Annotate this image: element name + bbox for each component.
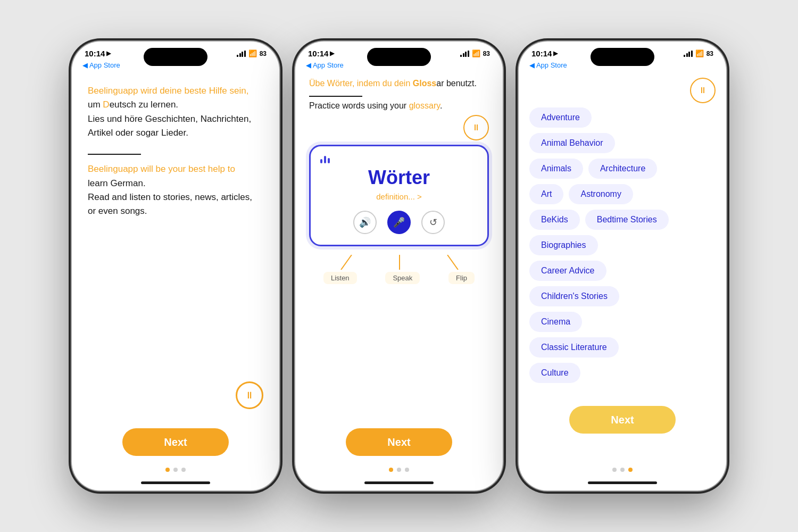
phone-3: 10:14 ▶ 📶 83 ◀ App Store ⏸ (519, 41, 726, 491)
back-label-2[interactable]: ◀ App Store (306, 61, 344, 69)
listen-icon[interactable]: 🔊 (353, 211, 377, 234)
cat-bekids[interactable]: BeKids (529, 210, 580, 230)
cat-row-8: Cinema (529, 312, 716, 332)
signal-icon-3 (684, 51, 693, 57)
screen1-content: Beelinguapp wird deine beste Hilfe sein,… (72, 73, 279, 428)
dot-2-0 (389, 468, 393, 472)
phone-1: 10:14 ▶ 📶 83 ◀ App Store Bee (72, 41, 279, 491)
s2-divider (309, 96, 362, 97)
text-de-1: Beelinguapp wird deine beste Hilfe sein,… (88, 84, 263, 140)
mic-icon[interactable]: 🎤 (387, 211, 411, 234)
text-en-4: or even songs. (88, 206, 147, 216)
cat-animals[interactable]: Animals (529, 159, 583, 179)
cat-row-3: Art Astronomy (529, 184, 716, 204)
dots-1 (165, 468, 186, 472)
pause-button-1[interactable]: ⏸ (236, 381, 263, 409)
cat-row-0: Adventure (529, 107, 716, 128)
action-listen: Listen (323, 272, 357, 284)
status-time-1: 10:14 ▶ (85, 49, 111, 58)
wifi-icon-2: 📶 (472, 49, 480, 57)
home-indicator-2 (364, 481, 434, 484)
s3-pause-row: ⏸ (529, 78, 716, 103)
home-indicator-1 (141, 481, 210, 484)
divider-1 (88, 154, 141, 155)
flashcard-word: Wörter (368, 167, 430, 189)
categories-grid: Adventure Animal Behavior Animals Archit… (529, 107, 716, 383)
cat-career-advice[interactable]: Career Advice (529, 261, 606, 281)
dynamic-island-3 (591, 48, 654, 66)
text-de-block: Beelinguapp wird deine beste Hilfe sein,… (88, 84, 263, 140)
status-icons-1: 📶 83 (237, 49, 267, 57)
text-en-beeling: Beelinguapp will be your best help to (88, 164, 235, 174)
s2-pause-row: ⏸ (309, 115, 489, 140)
location-arrow-2: ▶ (330, 50, 334, 57)
battery-icon-2: 83 (483, 50, 490, 57)
pause-button-3[interactable]: ⏸ (690, 78, 716, 103)
cat-cinema[interactable]: Cinema (529, 312, 582, 332)
status-icons-3: 📶 83 (684, 49, 713, 57)
wifi-icon-3: 📶 (695, 49, 704, 57)
cat-culture[interactable]: Culture (529, 363, 580, 383)
cat-astronomy[interactable]: Astronomy (569, 184, 633, 204)
text-en-3: Read and listen to stories, news, articl… (88, 192, 252, 202)
action-row: Listen Speak Flip (309, 272, 489, 284)
flashcard-icons: 🔊 🎤 ↺ (353, 211, 445, 234)
flashcard-definition[interactable]: definition... > (376, 192, 421, 201)
cat-row-1: Animal Behavior (529, 133, 716, 153)
cat-row-2: Animals Architecture (529, 159, 716, 179)
text-en-p: Beelinguapp will be your best help to le… (88, 162, 263, 218)
cat-adventure[interactable]: Adventure (529, 107, 592, 128)
cat-biographies[interactable]: Biographies (529, 235, 598, 255)
cat-bedtime-stories[interactable]: Bedtime Stories (585, 210, 669, 230)
cat-animal-behavior[interactable]: Animal Behavior (529, 133, 615, 153)
dot-3-1 (620, 468, 625, 472)
dot-3-2 (628, 468, 633, 472)
flip-label: Flip (448, 272, 475, 284)
text-de-4: Artikel oder sogar Lieder. (88, 128, 188, 138)
dot-1-2 (181, 468, 186, 472)
pause-button-2[interactable]: ⏸ (463, 115, 489, 140)
screen3-bottom (519, 468, 726, 491)
dot-1-1 (173, 468, 178, 472)
cat-row-5: Biographies (529, 235, 716, 255)
dynamic-island-1 (144, 48, 207, 66)
phones-container: 10:14 ▶ 📶 83 ◀ App Store Bee (72, 41, 726, 491)
screen2-bottom: Next (295, 428, 503, 491)
cat-architecture[interactable]: Architecture (588, 159, 657, 179)
text-de-um: um (88, 99, 103, 110)
action-speak: Speak (385, 272, 420, 284)
status-time-2: 10:14 ▶ (308, 49, 334, 58)
signal-icon-2 (460, 51, 469, 57)
screen1-bottom: Next (72, 428, 279, 491)
dots-2 (389, 468, 409, 472)
svg-line-0 (341, 255, 352, 270)
listen-label: Listen (323, 272, 357, 284)
pause-icon-2: ⏸ (472, 123, 480, 132)
cat-row-4: BeKids Bedtime Stories (529, 210, 716, 230)
screen3-content: ⏸ Adventure Animal Behavior Animals Arch… (519, 73, 726, 468)
back-label-3[interactable]: ◀ App Store (529, 61, 567, 69)
pause-icon-1: ⏸ (245, 390, 254, 401)
flip-icon[interactable]: ↺ (421, 211, 445, 234)
back-label-1[interactable]: ◀ App Store (82, 61, 120, 69)
location-arrow-3: ▶ (553, 50, 558, 57)
home-indicator-3 (588, 481, 657, 484)
location-arrow-1: ▶ (106, 50, 111, 57)
text-de-3: Lies und höre Geschichten, Nachrichten, (88, 114, 251, 124)
cat-row-9: Classic Literature (529, 337, 716, 358)
next-button-3[interactable]: Next (569, 406, 676, 434)
s2-header-en: Practice words using your glossary. (309, 101, 489, 111)
connector-lines (309, 255, 489, 270)
cat-childrens-stories[interactable]: Children's Stories (529, 286, 619, 306)
svg-line-2 (447, 255, 458, 270)
cat-classic-literature[interactable]: Classic Literature (529, 337, 619, 358)
speak-label: Speak (385, 272, 420, 284)
next-button-1[interactable]: Next (122, 428, 229, 456)
s2-header-de: Übe Wörter, indem du dein Glossar benutz… (309, 79, 489, 88)
connector-svg (309, 255, 490, 270)
cat-art[interactable]: Art (529, 184, 563, 204)
dot-3-0 (612, 468, 617, 472)
cat-row-6: Career Advice (529, 261, 716, 281)
next-button-2[interactable]: Next (346, 428, 452, 456)
sound-bars (320, 156, 330, 163)
